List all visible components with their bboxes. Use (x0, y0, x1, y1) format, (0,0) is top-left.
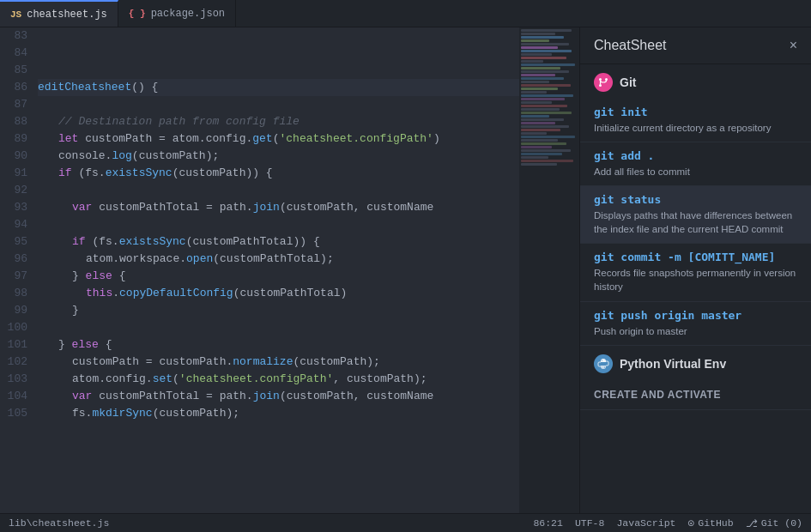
code-line (38, 62, 519, 79)
code-line: console.log(customPath); (38, 148, 519, 165)
status-bar: lib\cheatsheet.js 86:21 UTF-8 JavaScript… (0, 513, 811, 532)
cheat-item-git-commit[interactable]: git commit -m [COMITT_NAME] Records file… (580, 244, 811, 301)
tab-label-cheatsheet: cheatsheet.js (27, 9, 107, 21)
cheatsheet-title: CheatSheet (594, 38, 667, 53)
cheat-desc: Records file snapshots permanently in ve… (594, 266, 797, 293)
minimap-content (519, 27, 579, 168)
code-line: if (fs.existsSync(customPathTotal)) { (38, 233, 519, 251)
cheatsheet-header: CheatSheet × (580, 27, 811, 64)
line-numbers: 83 84 85 86 87 88 89 90 91 92 93 94 95 9… (0, 27, 34, 513)
code-line: } else { (38, 336, 519, 354)
code-line: let customPath = atom.config.get('cheats… (38, 130, 519, 148)
file-path: lib\cheatsheet.js (9, 517, 109, 529)
code-line: atom.workspace.open(customPathTotal); (38, 251, 519, 268)
git-section-title: Git (620, 76, 636, 89)
js-file-icon: JS (10, 9, 21, 20)
cheat-item-git-add[interactable]: git add . Add all files to commit (580, 142, 811, 186)
code-line: customPath = customPath.normalize(custom… (38, 354, 519, 371)
code-line: } (38, 302, 519, 319)
code-line (38, 216, 519, 233)
python-section-title: Python Virtual Env (620, 357, 726, 371)
cheat-command: git init (594, 106, 797, 118)
minimap (519, 27, 579, 513)
svg-point-4 (602, 360, 602, 360)
git-icon (594, 73, 613, 92)
python-icon (594, 354, 613, 373)
svg-point-0 (605, 78, 608, 81)
cheat-item-git-status[interactable]: git status Displays paths that have diff… (580, 186, 811, 244)
git-section-header: Git (580, 64, 811, 99)
cheat-desc: Initialize current directory as a reposi… (594, 121, 797, 135)
status-left: lib\cheatsheet.js (9, 517, 109, 529)
tab-package-json[interactable]: { } package.json (118, 0, 236, 27)
cursor-position[interactable]: 86:21 (533, 517, 563, 529)
github-label: GitHub (698, 517, 733, 529)
tab-cheatsheet-js[interactable]: JS cheatsheet.js (0, 0, 118, 27)
code-line (38, 96, 519, 113)
cheatsheet-panel: CheatSheet × Git git init Initialize cur… (579, 27, 811, 513)
cheat-item-git-push[interactable]: git push origin master Push origin to ma… (580, 302, 811, 346)
code-line: this.copyDefaultConfig(customPathTotal) (38, 285, 519, 302)
code-line (38, 319, 519, 336)
code-line: // Destination path from config file (38, 113, 519, 130)
code-line (38, 27, 519, 45)
github-status[interactable]: ⊙ GitHub (687, 517, 733, 530)
code-line: var customPathTotal = path.join(customPa… (38, 199, 519, 216)
cheat-desc: Displays paths that have differences bet… (594, 209, 797, 236)
cheat-desc: Add all files to commit (594, 165, 797, 178)
git-label: Git (0) (761, 517, 802, 529)
status-right: 86:21 UTF-8 JavaScript ⊙ GitHub ⎇ Git (0… (533, 517, 802, 530)
cheat-item-git-init[interactable]: git init Initialize current directory as… (580, 99, 811, 142)
svg-point-2 (599, 84, 602, 87)
code-line: } else { (38, 268, 519, 285)
tab-label-package: package.json (151, 8, 225, 20)
svg-point-5 (604, 366, 605, 367)
json-file-icon: { } (129, 9, 146, 19)
main-area: 83 84 85 86 87 88 89 90 91 92 93 94 95 9… (0, 27, 811, 513)
python-section-header: Python Virtual Env (580, 346, 811, 380)
svg-point-1 (599, 78, 602, 81)
code-line: atom.config.set('cheatsheet.configPath',… (38, 371, 519, 388)
git-branch-icon: ⎇ (746, 517, 758, 529)
cheat-command: git add . (594, 149, 797, 162)
code-line (38, 182, 519, 199)
code-line: var customPathTotal = path.join(customPa… (38, 388, 519, 405)
code-line (38, 45, 519, 62)
close-button[interactable]: × (790, 39, 797, 52)
cheat-command: git commit -m [COMITT_NAME] (594, 251, 797, 263)
code-content[interactable]: editCheatsheet() { // Destination path f… (34, 27, 519, 513)
github-icon: ⊙ (687, 517, 694, 530)
code-line: fs.mkdirSync(customPath); (38, 405, 519, 422)
language[interactable]: JavaScript (616, 517, 675, 529)
create-activate-label: CREATE AND ACTIVATE (580, 380, 811, 410)
code-line: editCheatsheet() { (38, 79, 519, 96)
cheat-command: git push origin master (594, 309, 797, 322)
cheat-desc: Push origin to master (594, 324, 797, 338)
code-line: if (fs.existsSync(customPath)) { (38, 165, 519, 182)
cheat-command: git status (594, 193, 797, 206)
encoding[interactable]: UTF-8 (575, 517, 605, 529)
tab-bar: JS cheatsheet.js { } package.json (0, 0, 811, 27)
editor-area[interactable]: 83 84 85 86 87 88 89 90 91 92 93 94 95 9… (0, 27, 519, 513)
git-status[interactable]: ⎇ Git (0) (746, 517, 802, 529)
